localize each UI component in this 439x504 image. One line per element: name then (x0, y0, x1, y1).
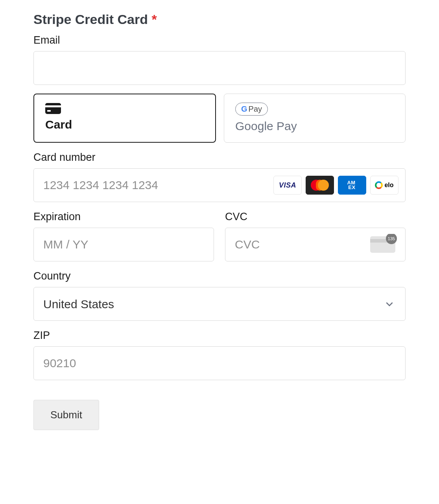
card-icon (45, 103, 204, 114)
expiration-label: Expiration (33, 211, 214, 223)
visa-icon: VISA (273, 176, 302, 195)
payment-method-gpay[interactable]: GPay Google Pay (224, 94, 406, 143)
card-brand-icons: VISA AM EX elo (273, 176, 398, 195)
email-label: Email (33, 34, 406, 46)
cvc-label: CVC (225, 211, 406, 223)
svg-rect-1 (45, 105, 61, 107)
mastercard-icon (306, 176, 334, 195)
payment-method-card[interactable]: Card (33, 94, 216, 143)
email-field[interactable] (33, 51, 406, 85)
submit-button[interactable]: Submit (33, 400, 99, 430)
zip-field[interactable] (33, 346, 406, 380)
country-label: Country (33, 270, 406, 282)
title-text: Stripe Credit Card (33, 12, 148, 27)
svg-text:135: 135 (388, 236, 395, 241)
gpay-icon: GPay (235, 103, 268, 116)
form-title: Stripe Credit Card * (33, 12, 406, 27)
zip-label: ZIP (33, 329, 406, 342)
required-asterisk: * (151, 12, 157, 27)
amex-icon: AM EX (338, 176, 366, 195)
elo-icon: elo (370, 176, 398, 195)
svg-rect-0 (45, 103, 61, 114)
country-select[interactable]: United States (33, 287, 406, 321)
payment-method-card-label: Card (45, 118, 204, 131)
cvc-hint-icon: 135 (370, 234, 398, 255)
payment-method-gpay-label: Google Pay (235, 120, 394, 133)
expiration-field[interactable] (33, 228, 214, 261)
card-number-label: Card number (33, 151, 406, 164)
svg-rect-2 (47, 110, 51, 112)
